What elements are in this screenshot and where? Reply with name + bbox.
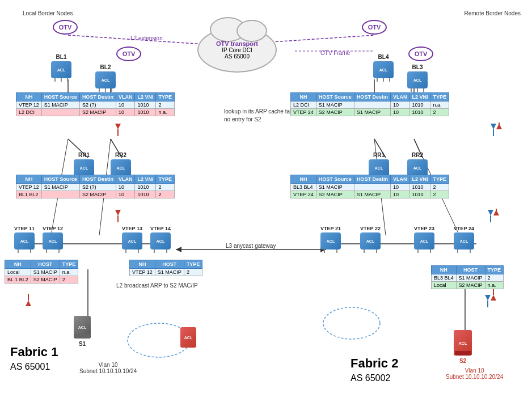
router-body-BL1	[51, 61, 71, 78]
cell: S2 MACIP	[316, 109, 354, 116]
router-leg	[364, 249, 365, 253]
cell: S2 MACIP	[456, 282, 485, 289]
th-host-source: HOST Source	[41, 175, 79, 184]
table-row: VTEP 12 S1 MACIP S2 (?) 10 1010 2	[16, 184, 175, 191]
router-body-BL4	[373, 61, 394, 78]
device-VTEP24: VTEP 24	[454, 226, 474, 253]
cell: S1 MACIP	[354, 109, 390, 116]
svg-marker-21	[496, 124, 502, 129]
cell: 1010	[409, 184, 430, 191]
router-leg	[383, 78, 384, 82]
cell: VTEP 24	[291, 109, 316, 116]
router-leg	[67, 78, 68, 82]
cell: 2	[430, 191, 449, 198]
otv-node-left: OTV	[53, 20, 78, 35]
cell: BL 1 BL2	[5, 276, 31, 284]
router-legs-BL1	[51, 78, 71, 82]
th-host-destin: HOST Destin	[79, 175, 116, 184]
cloud-subtitle: IP Core DCI	[222, 47, 252, 53]
th-nh: NH	[16, 93, 42, 102]
cell: 10	[390, 191, 409, 198]
th-nh: NH	[130, 260, 155, 269]
cell	[354, 102, 390, 109]
th-host: HOST	[456, 266, 485, 274]
cloud-title: OTV transport	[216, 40, 258, 47]
cell: S2 MACIP	[79, 109, 116, 116]
cell: L2 DCI	[291, 102, 316, 109]
otv-circle-left: OTV	[53, 20, 78, 35]
info-table-left-mid: NH HOST Source HOST Destin VLAN L2 VNI T…	[16, 175, 175, 198]
router-leg	[377, 78, 378, 82]
cell: VTEP 24	[291, 191, 316, 198]
info-table-mid-bot: NH HOST TYPE VTEP 12 S1 MACIP 2	[129, 260, 202, 276]
diagram: Local Border Nodes Remote Border Nodes L…	[0, 0, 532, 406]
device-BL1: BL1	[51, 54, 71, 82]
device-BL3: BL3	[407, 64, 428, 92]
table-row: VTEP 12 S1 MACIP S2 (?) 10 1010 2	[16, 102, 175, 109]
router-leg	[138, 249, 139, 253]
router-body-RR1-left	[74, 159, 94, 176]
table-row: Local S2 MACIP n.a.	[432, 282, 504, 289]
cell: S2 (?)	[79, 102, 116, 109]
router-body-VTEP23	[414, 232, 434, 249]
cell: 10	[390, 102, 409, 109]
cell: 2	[485, 274, 504, 282]
cell: L2 DCI	[16, 109, 42, 116]
otv-node-mid: OTV	[116, 46, 141, 61]
l3-anycast-label: L3 anycast gateway	[226, 243, 276, 249]
th-l2vni: L2 VNI	[135, 175, 156, 184]
router-leg	[423, 88, 424, 92]
th-type: TYPE	[60, 260, 78, 269]
device-red-server-mid	[180, 326, 196, 348]
cell: n.a.	[430, 102, 449, 109]
th-host-source: HOST Source	[316, 93, 354, 102]
router-legs-BL2	[95, 88, 116, 92]
cell: 10	[390, 109, 409, 116]
router-body-VTEP13	[122, 232, 142, 249]
th-host-destin: HOST Destin	[354, 93, 390, 102]
th-type: TYPE	[184, 260, 202, 269]
info-table-right-bot: NH HOST TYPE BL3 BL4 S1 MACIP 2 Local S2…	[431, 265, 504, 289]
svg-marker-17	[115, 124, 121, 129]
device-VTEP21: VTEP 21	[320, 226, 341, 253]
router-leg	[105, 88, 106, 92]
router-body-VTEP14	[150, 232, 171, 249]
cell	[354, 184, 390, 191]
cell: 1010	[409, 191, 430, 198]
router-leg	[166, 249, 167, 253]
router-leg	[30, 249, 31, 253]
router-body-RR1-right	[369, 159, 389, 176]
router-leg	[457, 249, 458, 253]
table-row: Local S1 MACIP n.a.	[5, 269, 78, 276]
l2-broadcast-label: L2 broadcast ARP to S2 MAC/IP	[116, 282, 198, 289]
table-row: L2 DCI S1 MACIP 10 1010 n.a.	[291, 102, 449, 109]
th-vlan: VLAN	[116, 175, 135, 184]
cell: 1010	[135, 191, 156, 198]
router-legs-VTEP12	[43, 249, 63, 253]
router-legs-VTEP11	[14, 249, 35, 253]
th-vlan: VLAN	[390, 175, 409, 184]
th-l2vni: L2 VNI	[135, 93, 156, 102]
th-l2vni: L2 VNI	[409, 93, 430, 102]
router-leg	[111, 88, 112, 92]
router-leg	[417, 249, 419, 253]
th-nh: NH	[16, 175, 42, 184]
router-leg	[324, 249, 325, 253]
cell: S1 MACIP	[155, 269, 184, 276]
cell: 10	[116, 184, 135, 191]
device-BL4: BL4	[373, 54, 394, 82]
router-legs-VTEP23	[414, 249, 434, 253]
cell: n.a.	[60, 269, 78, 276]
cell: n.a.	[156, 109, 175, 116]
table-row: BL1 BL2 S2 MACIP 10 1010 2	[16, 191, 175, 198]
router-body-VTEP21	[320, 232, 341, 249]
router-leg	[470, 249, 471, 253]
device-S1: S1	[74, 315, 91, 348]
vlan-label-right: Vlan 10Subnet 10.10.10.20/24	[446, 367, 503, 380]
cell: 2	[184, 269, 202, 276]
th-nh: NH	[291, 175, 316, 184]
cell: VTEP 12	[16, 102, 42, 109]
cell: 1010	[409, 109, 430, 116]
th-nh: NH	[291, 93, 316, 102]
th-type: TYPE	[156, 175, 175, 184]
